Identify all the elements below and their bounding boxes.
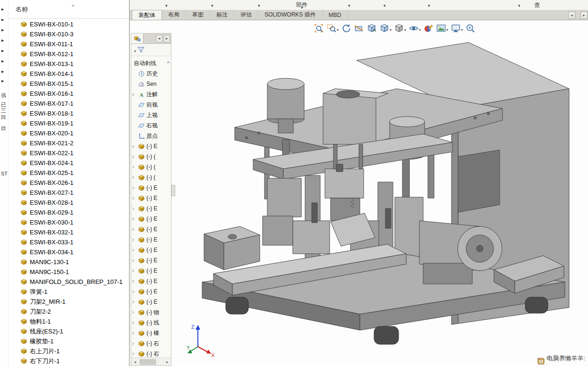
feature-tree-item[interactable]: ›(-) E	[131, 276, 171, 286]
list-item[interactable]: 右下刀片-1	[9, 356, 129, 366]
chevron-down-icon[interactable]: ▾	[404, 28, 406, 32]
inspect-button-label[interactable]: 查	[534, 1, 540, 9]
chevron-down-icon[interactable]: ▾	[337, 28, 339, 32]
list-item[interactable]: ESWI-BX-033-1	[9, 237, 129, 247]
list-item[interactable]: ESWI-BX-020-1	[9, 128, 129, 138]
chevron-down-icon[interactable]: ▾	[390, 28, 392, 32]
panel-splitter-handle[interactable]: ⋮	[171, 185, 175, 196]
chevron-down-icon[interactable]: ▾	[211, 3, 213, 8]
tab-assembly[interactable]: 装配体	[132, 10, 162, 20]
list-item[interactable]: ESWI-BX-034-1	[9, 247, 129, 257]
expand-arrow-icon[interactable]: ›	[132, 237, 136, 242]
tabs-scroll-right-button[interactable]: ▸	[163, 35, 170, 42]
list-item[interactable]: ESWI-BX-027-1	[9, 188, 129, 198]
chevron-down-icon[interactable]: ▾	[258, 3, 260, 8]
list-item[interactable]: ESWI-BX-011-1	[9, 39, 129, 49]
list-item[interactable]: ESWI-BX-013-1	[9, 59, 129, 69]
zoom-area-button[interactable]: ▾	[326, 23, 339, 34]
feature-tree-item[interactable]: ›(-) E	[131, 183, 171, 193]
feature-tree-item[interactable]: ›(-) 线	[131, 317, 171, 328]
pin-icon[interactable]: ▶	[1, 70, 4, 74]
list-item[interactable]: ESWI-BX-032-1	[9, 227, 129, 237]
chevron-down-icon[interactable]: ▾	[446, 28, 448, 32]
feature-tree-item[interactable]: ›(-) E	[131, 297, 171, 307]
feature-tree-item[interactable]: ›(-) E	[131, 286, 171, 297]
feature-tree-root[interactable]: 自动剥线 ^	[131, 58, 171, 68]
list-item[interactable]: ESWI-BX-022-1	[9, 148, 129, 158]
feature-tree-item[interactable]: ›(-) E	[131, 245, 171, 255]
previous-view-button[interactable]	[341, 23, 352, 34]
list-item[interactable]: MAN9C-150-1	[9, 267, 129, 277]
expand-arrow-icon[interactable]: ›	[132, 154, 136, 159]
list-item[interactable]: MANIFOLD_SOLID_BREP_107-1	[9, 277, 129, 287]
expand-arrow-icon[interactable]: ›	[132, 289, 136, 294]
tab-mbd[interactable]: MBD	[323, 10, 348, 20]
expand-arrow-icon[interactable]: ›	[132, 330, 136, 336]
feature-tree-item[interactable]: ›(-) E	[131, 234, 171, 245]
view-settings-button[interactable]: ▾	[450, 23, 463, 34]
chevron-down-icon[interactable]: ▾	[383, 3, 386, 8]
feature-tree-item[interactable]: ›(-) E	[131, 224, 171, 234]
expand-arrow-icon[interactable]: ›	[132, 175, 136, 180]
feature-tree-item[interactable]: ›(-) (	[131, 162, 171, 172]
magnifying-glass-button[interactable]	[465, 23, 476, 34]
feature-tree-item[interactable]: ›(-) 物	[131, 307, 171, 317]
expand-arrow-icon[interactable]: ›	[132, 143, 136, 149]
tab-sw-addins[interactable]: SOLIDWORKS 插件	[258, 10, 323, 20]
feature-tree-item[interactable]: 前视	[131, 100, 171, 110]
expand-arrow-icon[interactable]: ›	[132, 216, 136, 222]
expand-arrow-icon[interactable]: ›	[132, 92, 136, 97]
feature-tree-item[interactable]: ›(-) 橡	[131, 328, 171, 338]
apply-scene-button[interactable]: ▾	[435, 23, 449, 34]
pin-icon[interactable]: ▶	[1, 28, 4, 32]
feature-tree-item[interactable]: 原点	[131, 131, 171, 141]
expand-arrow-icon[interactable]: ›	[132, 247, 136, 253]
feature-tree-item[interactable]: ›(-) E	[131, 203, 171, 214]
list-item[interactable]: ESWI-BX-026-1	[9, 178, 129, 188]
list-item[interactable]: ESWI-BX-021-2	[9, 138, 129, 148]
chevron-down-icon[interactable]: ▾	[518, 3, 520, 8]
list-item[interactable]: ESWI-BX-030-1	[9, 217, 129, 227]
view-orientation-button[interactable]: ▾	[379, 23, 392, 34]
tabs-scroll-left-button[interactable]: ◂	[156, 35, 162, 42]
pin-icon[interactable]: ▶	[1, 59, 4, 63]
feature-tree-item[interactable]: ›A注解	[131, 89, 171, 100]
sort-caret-icon[interactable]: ^	[72, 4, 74, 9]
feature-tree-item[interactable]: Sen	[131, 79, 171, 89]
display-style-button[interactable]: ▾	[393, 23, 407, 34]
list-item[interactable]: ESWI-BX-010-3	[9, 29, 129, 39]
scrollbar-thumb[interactable]	[140, 359, 156, 365]
chevron-down-icon[interactable]: ▾	[301, 5, 303, 10]
list-item[interactable]: ESWI-BX-015-1	[9, 79, 129, 89]
list-item[interactable]: 橡胶垫-1	[9, 336, 129, 346]
collapse-pane-left-button[interactable]: ◂	[568, 11, 575, 19]
list-item[interactable]: 物料1-1	[9, 316, 129, 326]
tab-evaluate[interactable]: 评估	[234, 10, 258, 20]
feature-tree-item[interactable]: ›(-) (	[131, 172, 171, 183]
tab-markup[interactable]: 标注	[210, 10, 234, 20]
expand-arrow-icon[interactable]: ›	[132, 268, 136, 274]
pin-icon[interactable]: ▶	[1, 79, 4, 83]
tab-feature-tree[interactable]	[131, 33, 144, 43]
feature-tree-item[interactable]: ›(-) E	[131, 255, 171, 266]
list-item[interactable]: 刀架2-2	[9, 307, 129, 316]
list-item[interactable]: ESWI-BX-018-1	[9, 108, 129, 118]
expand-arrow-icon[interactable]: ›	[132, 320, 136, 325]
expand-arrow-icon[interactable]: ›	[132, 299, 136, 305]
list-item[interactable]: ESWI-BX-017-1	[9, 99, 129, 108]
edit-appearance-button[interactable]	[423, 23, 434, 34]
feature-tree-item[interactable]: ›(-) 右	[131, 338, 171, 349]
zoom-fit-button[interactable]	[313, 23, 324, 34]
expand-arrow-icon[interactable]: ›	[132, 258, 136, 263]
feature-tree-item[interactable]: ›(-) (	[131, 151, 171, 162]
dynamic-annotation-button[interactable]: A	[366, 23, 377, 34]
chevron-down-icon[interactable]: ▾	[419, 28, 421, 32]
scroll-right-icon[interactable]: ▸	[164, 359, 170, 365]
list-item[interactable]: ESWI-BX-019-1	[9, 118, 129, 128]
chevron-down-icon[interactable]: ▾	[461, 28, 463, 32]
list-item[interactable]: 右上刀片-1	[9, 346, 129, 356]
chevron-down-icon[interactable]: ▾	[134, 49, 136, 53]
pin-icon[interactable]: ▶	[1, 39, 4, 42]
expand-arrow-icon[interactable]: ›	[132, 226, 136, 232]
expand-arrow-icon[interactable]: ›	[132, 309, 136, 315]
